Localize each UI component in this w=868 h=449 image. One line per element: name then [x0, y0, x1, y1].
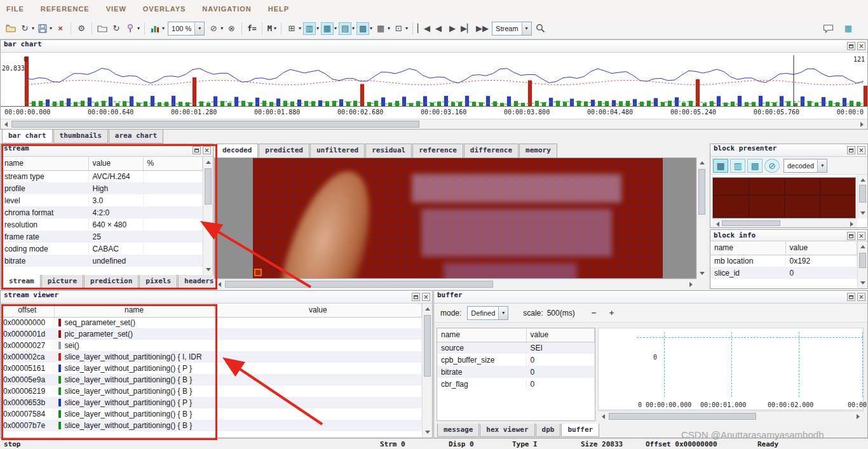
zoom-out-button[interactable]: − — [588, 307, 600, 319]
scroll-left-button[interactable] — [1, 119, 11, 130]
chart-dropdown-icon[interactable]: ▾ — [162, 25, 165, 31]
scroll-up-button[interactable] — [858, 241, 868, 251]
scroll-right-button[interactable] — [847, 219, 857, 229]
scroll-left-button[interactable] — [712, 219, 722, 229]
partition-grid-dropdown-icon[interactable]: ▾ — [352, 25, 355, 31]
zoom-in-button[interactable]: + — [606, 307, 618, 319]
location-pin-icon[interactable] — [124, 22, 137, 35]
scroll-left-button[interactable] — [598, 412, 608, 422]
video-canvas[interactable] — [214, 157, 696, 279]
nal-unit-row[interactable]: 0x00006219slice_layer_without_partitioni… — [1, 385, 422, 397]
open-file-icon[interactable] — [4, 22, 17, 35]
chart-horizontal-scrollbar[interactable] — [1, 119, 867, 129]
apps-grid-icon[interactable]: ▦ — [842, 22, 855, 35]
video-tab-predicted[interactable]: predicted — [259, 144, 309, 157]
video-tab-unfiltered[interactable]: unfiltered — [310, 144, 365, 157]
settings-gear-icon[interactable]: ⚙ — [75, 22, 88, 35]
scroll-down-button[interactable] — [858, 208, 868, 218]
block-grid-display[interactable] — [712, 177, 856, 218]
panel-float-button[interactable] — [412, 293, 420, 301]
zoom-dropdown-icon[interactable]: ▾ — [194, 22, 204, 35]
video-tab-reference[interactable]: reference — [412, 144, 463, 157]
scroll-right-button[interactable] — [857, 119, 867, 130]
function-button[interactable]: f= — [245, 24, 258, 33]
panel-float-button[interactable] — [193, 146, 201, 154]
video-tab-decoded[interactable]: decoded — [216, 144, 258, 157]
frame-size-chart[interactable]: 0 20,833 121 — [1, 53, 867, 109]
bp-overlay-view-icon[interactable]: ▥ — [730, 159, 745, 173]
grid-plain-icon[interactable]: ⊞ — [285, 22, 298, 35]
bp-view-dropdown-icon[interactable]: ▾ — [817, 159, 827, 172]
dense-grid-dropdown-icon[interactable]: ▾ — [370, 25, 372, 31]
partition-grid-icon[interactable]: ▤ — [339, 22, 351, 35]
macroblock-grid-dropdown-icon[interactable]: ▾ — [334, 25, 337, 31]
column-header-offset[interactable]: offset — [1, 304, 54, 317]
refresh-icon[interactable]: ↻ — [18, 22, 31, 35]
nal-unit-row[interactable]: 0x00005e9aslice_layer_without_partitioni… — [1, 374, 422, 385]
nal-unit-row[interactable]: 0x00007b7eslice_layer_without_partitioni… — [1, 420, 422, 431]
scrollbar-thumb[interactable] — [205, 168, 212, 204]
nav-first-button[interactable]: ▏◀ — [417, 22, 431, 35]
menu-navigation[interactable]: NAVIGATION — [202, 5, 251, 13]
refresh-dropdown-icon[interactable]: ▾ — [32, 25, 34, 31]
video-horizontal-scrollbar[interactable] — [214, 279, 696, 289]
stream-property-row[interactable]: profileHigh — [1, 182, 203, 194]
panel-float-button[interactable] — [847, 232, 855, 240]
video-tab-difference[interactable]: difference — [464, 144, 519, 157]
video-vertical-scrollbar[interactable] — [696, 157, 707, 279]
stream-property-row[interactable]: level3.0 — [1, 194, 203, 206]
grid-plain-dropdown-icon[interactable]: ▾ — [299, 25, 301, 31]
nav-prev-button[interactable]: ◀ — [432, 22, 445, 35]
column-header-value[interactable]: value — [526, 328, 595, 342]
scroll-up-button[interactable] — [203, 157, 214, 167]
scrollbar-thumb[interactable] — [722, 220, 780, 226]
menu-overlays[interactable]: OVERLAYS — [143, 5, 186, 13]
column-header-name[interactable]: name — [54, 304, 214, 317]
panel-float-button[interactable] — [847, 146, 855, 154]
scrollbar-thumb[interactable] — [859, 185, 866, 203]
grid-extra-icon[interactable]: ▦ — [374, 22, 387, 35]
comment-bubble-icon[interactable] — [822, 22, 834, 35]
buffer-tab-message[interactable]: message — [437, 424, 479, 437]
stream-viewer-scrollbar[interactable] — [422, 304, 432, 438]
bp-view-select[interactable]: decoded ▾ — [783, 159, 827, 173]
buffer-param-row[interactable]: bitrate0 — [437, 366, 595, 378]
overlay-mode-icon[interactable]: ▥ — [303, 22, 316, 35]
panel-float-button[interactable] — [847, 293, 855, 301]
stream-tab-stream[interactable]: stream — [3, 275, 41, 288]
filter-clear-icon[interactable]: ⊗ — [225, 22, 238, 35]
pin-dropdown-icon[interactable]: ▾ — [137, 25, 140, 31]
scroll-down-button[interactable] — [858, 278, 868, 288]
bp-filter-icon[interactable]: ⊘ — [764, 159, 780, 173]
bar-chart-icon[interactable] — [149, 22, 161, 35]
reload-stream-icon[interactable]: ↻ — [110, 22, 123, 35]
panel-close-button[interactable]: × — [857, 146, 865, 154]
stream-property-row[interactable]: stream typeAVC/H.264 — [1, 170, 203, 182]
stream-property-row[interactable]: frame rate25 — [1, 231, 203, 243]
nal-unit-row[interactable]: 0x00000000seq_parameter_set() — [1, 317, 422, 328]
menu-reference[interactable]: REFERENCE — [41, 5, 90, 13]
stream-property-row[interactable]: resolution640 × 480 — [1, 218, 203, 231]
bp-grid-view-icon[interactable]: ▦ — [713, 159, 728, 173]
chart-tab-area-chart[interactable]: area chart — [109, 130, 163, 144]
panel-close-button[interactable]: × — [857, 293, 865, 301]
column-header-name[interactable]: name — [437, 328, 526, 342]
block-info-row[interactable]: slice_id0 — [710, 267, 857, 279]
panel-close-button[interactable]: × — [857, 232, 865, 240]
dense-grid-icon[interactable]: ▩ — [356, 22, 369, 35]
column-header-name[interactable]: name — [1, 157, 88, 170]
mode-m-dropdown-icon[interactable]: ▾ — [274, 25, 276, 31]
stream-property-row[interactable]: coding modeCABAC — [1, 243, 203, 255]
zoom-select[interactable]: 100 % ▾ — [168, 22, 205, 36]
stream-table-scrollbar[interactable] — [203, 157, 213, 275]
bp-vertical-scrollbar[interactable] — [857, 175, 867, 218]
save-icon[interactable] — [36, 22, 49, 35]
panel-close-button[interactable]: × — [422, 293, 430, 301]
scroll-left-button[interactable] — [214, 279, 224, 290]
nav-next-key-button[interactable]: ▶▏ — [460, 22, 474, 35]
scroll-right-button[interactable] — [686, 279, 696, 290]
video-tab-memory[interactable]: memory — [519, 144, 557, 157]
buffer-tab-buffer[interactable]: buffer — [561, 424, 599, 437]
video-tab-residual[interactable]: residual — [365, 144, 412, 157]
overlay-mode-dropdown-icon[interactable]: ▾ — [316, 25, 319, 31]
